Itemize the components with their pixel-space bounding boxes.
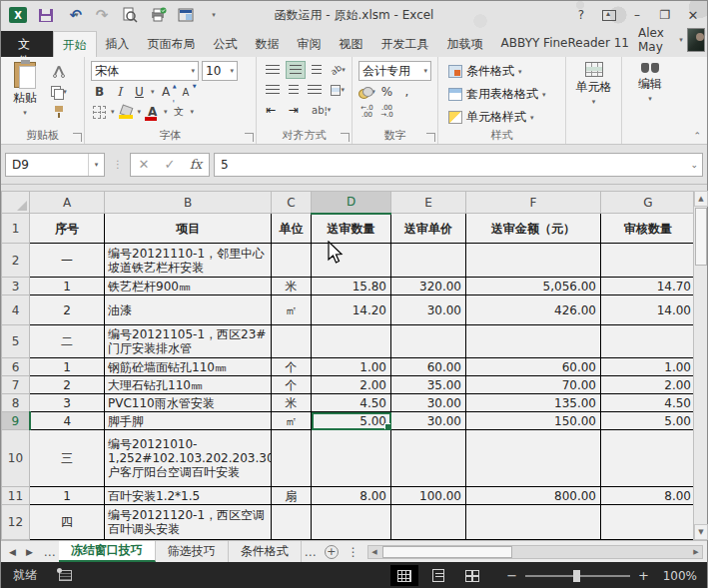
- sheet-more-right[interactable]: …: [302, 545, 320, 559]
- cell-B6[interactable]: 钢筋砼墙面钻孔110㎜: [105, 358, 272, 376]
- horizontal-scrollbar-thumb[interactable]: [382, 546, 512, 558]
- cell-F3[interactable]: 5,056.00: [466, 278, 601, 295]
- form-button[interactable]: [177, 6, 195, 24]
- insert-function-button[interactable]: fx: [183, 154, 209, 176]
- cell-B1[interactable]: 项目: [105, 214, 272, 244]
- font-dialog-launcher[interactable]: [245, 133, 254, 142]
- row-header-10[interactable]: 10: [2, 430, 30, 487]
- cell-G8[interactable]: 4.50: [601, 394, 696, 412]
- cell-A6[interactable]: 1: [30, 358, 105, 376]
- tab-abbyy[interactable]: ABBYY FineReader 11: [492, 31, 638, 57]
- cell-A8[interactable]: 3: [30, 394, 105, 412]
- format-painter-button[interactable]: [49, 103, 69, 120]
- cell-B3[interactable]: 铁艺栏杆900㎜: [105, 278, 272, 295]
- cell-E4[interactable]: 30.00: [391, 295, 466, 325]
- tab-insert[interactable]: 插入: [97, 31, 139, 57]
- cell-F9[interactable]: 150.00: [466, 412, 601, 430]
- cell-E6[interactable]: 60.00: [391, 358, 466, 376]
- normal-view-button[interactable]: [390, 565, 418, 586]
- cell-G7[interactable]: 2.00: [601, 376, 696, 394]
- underline-button[interactable]: U: [131, 83, 148, 101]
- cell-A1[interactable]: 序号: [30, 214, 105, 244]
- cell-A9[interactable]: 4: [30, 412, 105, 430]
- cell-D5[interactable]: [312, 325, 391, 358]
- italic-button[interactable]: I: [111, 83, 128, 101]
- cell-F6[interactable]: 60.00: [466, 358, 601, 376]
- row-header-1[interactable]: 1: [2, 214, 30, 244]
- cell-C1[interactable]: 单位: [272, 214, 312, 244]
- decrease-indent-button[interactable]: [263, 101, 283, 119]
- cell-B5[interactable]: 编号20121105-1，西区23#门厅安装排水管: [105, 325, 272, 358]
- row-header-6[interactable]: 6: [2, 358, 30, 376]
- cell-A10[interactable]: 三: [30, 430, 105, 487]
- cell-D3[interactable]: 15.80: [312, 278, 391, 295]
- wrap-text-button[interactable]: ab¦▾: [309, 101, 329, 119]
- minimize-button[interactable]: –: [623, 4, 651, 26]
- user-avatar[interactable]: [687, 28, 705, 52]
- zoom-slider-thumb[interactable]: [573, 570, 580, 582]
- cell-E8[interactable]: 30.00: [391, 394, 466, 412]
- cell-F4[interactable]: 426.00: [466, 295, 601, 325]
- cell-F10[interactable]: [466, 430, 601, 487]
- macro-record-icon[interactable]: [59, 570, 72, 581]
- cell-D4[interactable]: 14.20: [312, 295, 391, 325]
- cell-D2[interactable]: [312, 244, 391, 278]
- select-all-corner[interactable]: [2, 192, 30, 214]
- tab-view[interactable]: 视图: [331, 31, 372, 57]
- cell-C2[interactable]: [272, 244, 312, 278]
- cell-F2[interactable]: [466, 244, 601, 278]
- vertical-scrollbar[interactable]: ▲ ▼: [693, 191, 707, 540]
- editing-button[interactable]: 编辑 ▾: [628, 59, 672, 127]
- merge-center-button[interactable]: ▾: [328, 81, 348, 99]
- row-header-8[interactable]: 8: [2, 394, 30, 412]
- row-header-5[interactable]: 5: [2, 325, 30, 358]
- expand-formula-bar-icon[interactable]: ⌄: [690, 160, 698, 170]
- horizontal-scrollbar[interactable]: ◀ ▶: [367, 545, 703, 559]
- name-box-dropdown-icon[interactable]: ▾: [88, 154, 104, 176]
- clipboard-dialog-launcher[interactable]: [73, 133, 82, 142]
- cell-D10[interactable]: [312, 430, 391, 487]
- new-sheet-button[interactable]: +: [325, 545, 339, 559]
- increase-decimal-button[interactable]: ←.0.00: [358, 103, 375, 121]
- undo-button[interactable]: ↶▾: [65, 6, 83, 24]
- cell-F7[interactable]: 70.00: [466, 376, 601, 394]
- cell-A5[interactable]: 二: [30, 325, 105, 358]
- help-button[interactable]: ?: [567, 4, 595, 26]
- tab-file[interactable]: 文件: [1, 31, 53, 57]
- cell-F11[interactable]: 800.00: [466, 487, 601, 505]
- cell-C8[interactable]: 米: [272, 394, 312, 412]
- shrink-font-button[interactable]: A: [178, 83, 195, 101]
- decrease-decimal-button[interactable]: .00→.0: [378, 103, 395, 121]
- zoom-level[interactable]: 100%: [655, 569, 697, 583]
- user-account[interactable]: Alex May ▾: [638, 26, 707, 57]
- cell-B12[interactable]: 编号20121120-1，西区空调百叶调头安装: [105, 505, 272, 540]
- print-preview-button[interactable]: [121, 6, 139, 24]
- bottom-align-button[interactable]: [309, 61, 325, 79]
- cell-F5[interactable]: [466, 325, 601, 358]
- cell-G9[interactable]: 5.00: [601, 412, 696, 430]
- copy-button[interactable]: ▾: [49, 83, 69, 100]
- orientation-button[interactable]: ab▾: [328, 61, 348, 79]
- cell-F1[interactable]: 送审金额（元）: [466, 214, 601, 244]
- sheet-tab-freeze[interactable]: 冻结窗口技巧: [59, 541, 156, 562]
- paste-dropdown-icon[interactable]: ▾: [23, 109, 27, 117]
- cell-G5[interactable]: [601, 325, 696, 358]
- fill-color-button[interactable]: [118, 103, 135, 121]
- scroll-down-button[interactable]: ▼: [694, 524, 708, 540]
- cell-E12[interactable]: [391, 505, 466, 540]
- cell-E2[interactable]: [391, 244, 466, 278]
- center-button[interactable]: [286, 81, 302, 99]
- cell-B9[interactable]: 脚手脚: [105, 412, 272, 430]
- sheet-more-left[interactable]: …: [41, 545, 59, 559]
- row-header-12[interactable]: 12: [2, 505, 30, 540]
- column-header-D[interactable]: D: [312, 192, 391, 214]
- tab-review[interactable]: 审阅: [289, 31, 331, 57]
- cell-C7[interactable]: 个: [272, 376, 312, 394]
- close-button[interactable]: ✕: [679, 4, 707, 26]
- cell-E10[interactable]: [391, 430, 466, 487]
- sheet-nav-left-icon[interactable]: ◀: [5, 547, 20, 557]
- tab-developer[interactable]: 开发工具: [372, 31, 438, 57]
- cell-D12[interactable]: [312, 505, 391, 540]
- cell-A7[interactable]: 2: [30, 376, 105, 394]
- vertical-scrollbar-thumb[interactable]: [695, 208, 707, 266]
